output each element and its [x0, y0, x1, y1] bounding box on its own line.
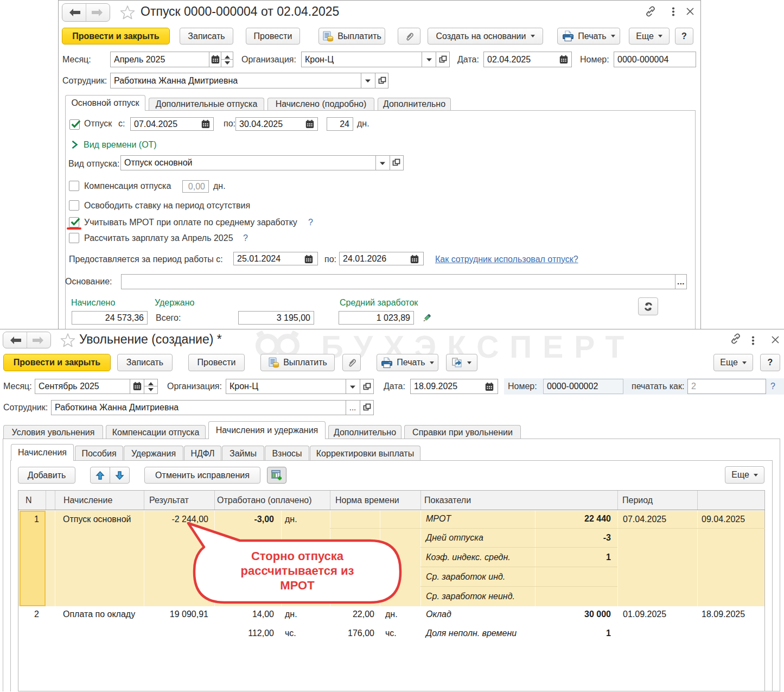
svg-text:Сторно отпуска: Сторно отпуска	[251, 549, 344, 563]
svg-text:МРОТ: МРОТ	[280, 579, 315, 592]
svg-text:рассчитывается из: рассчитывается из	[241, 564, 354, 577]
svg-text:БУХЭКСПЕРТ: БУХЭКСПЕРТ	[321, 330, 635, 364]
